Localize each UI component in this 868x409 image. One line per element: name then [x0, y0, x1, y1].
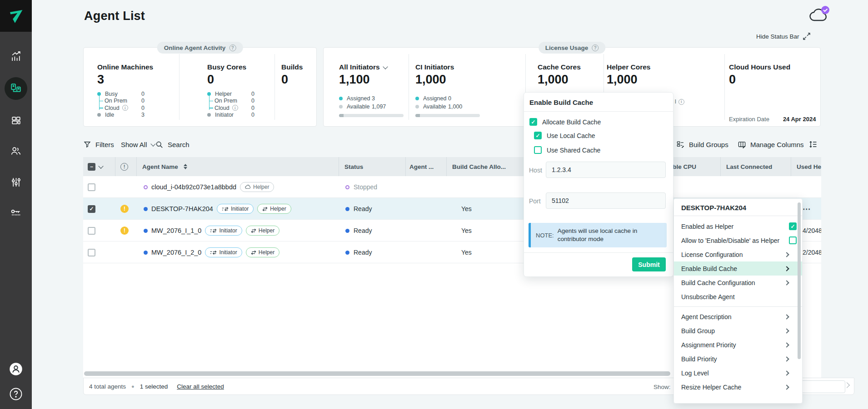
menu-item-enabled-as-helper[interactable]: Enabled as Helper ✓: [674, 219, 802, 233]
agents-nav-active[interactable]: [5, 77, 27, 100]
divider: [274, 54, 275, 120]
users-icon[interactable]: [0, 142, 32, 160]
user-avatar[interactable]: [0, 360, 32, 378]
checkbox-checked[interactable]: ✓: [534, 132, 542, 139]
menu-item-log-level[interactable]: Log Level: [674, 366, 802, 380]
use-shared-cache-option[interactable]: Use Shared Cache: [534, 146, 600, 154]
help-circle-icon[interactable]: ?: [592, 44, 599, 51]
license-usage-bar: [415, 114, 480, 117]
row-checkbox-checked[interactable]: ✓: [88, 205, 95, 213]
used-helper-value: 2/2048: [803, 249, 821, 256]
chevron-right-icon: [784, 266, 789, 271]
menu-item-resize-helper-cache[interactable]: Resize Helper Cache: [674, 380, 802, 394]
dashboard-icon[interactable]: [0, 111, 32, 129]
menu-item-build-priority[interactable]: Build Priority: [674, 352, 802, 366]
divider: [724, 54, 725, 120]
hide-status-bar-button[interactable]: Hide Status Bar: [756, 33, 810, 40]
row-checkbox[interactable]: [88, 183, 95, 191]
warning-icon[interactable]: !: [120, 205, 129, 213]
hide-status-bar-label: Hide Status Bar: [756, 33, 799, 40]
search-button[interactable]: Search: [155, 136, 190, 153]
analytics-icon[interactable]: [0, 47, 32, 65]
column-last-connected[interactable]: Last Connected: [726, 157, 772, 176]
build-cache-value: Yes: [461, 227, 472, 234]
select-dropdown-icon[interactable]: [98, 163, 103, 168]
row-height-button[interactable]: [808, 136, 818, 153]
status-dot: [345, 207, 349, 211]
allocate-build-cache-option[interactable]: ✓ Allocate Build Cache: [529, 118, 601, 126]
row-checkbox[interactable]: [88, 227, 95, 235]
build-groups-button[interactable]: Build Groups: [676, 136, 728, 153]
port-label: Port: [529, 197, 541, 205]
sort-icon[interactable]: [184, 164, 187, 169]
chevron-right-icon: [784, 280, 789, 285]
online-machines-stat: Online Machines 3 Busy 0 On Prem 0 Cloud…: [97, 63, 153, 118]
popup-title: Enable Build Cache: [524, 93, 673, 112]
info-icon[interactable]: i: [122, 105, 128, 111]
settings-sliders-icon[interactable]: [0, 173, 32, 191]
column-status[interactable]: Status: [344, 157, 363, 176]
use-local-cache-option[interactable]: ✓ Use Local Cache: [534, 132, 595, 139]
show-all-dropdown[interactable]: Show All: [121, 136, 155, 153]
checkbox-unchecked[interactable]: [534, 146, 542, 154]
helper-cloud-pill: Helper: [240, 182, 274, 192]
horizontal-scrollbar[interactable]: [84, 371, 670, 376]
help-icon[interactable]: [0, 385, 32, 403]
menu-item-build-group[interactable]: Build Group: [674, 324, 802, 338]
menu-item-unsubscribe-agent[interactable]: Unsubscribe Agent: [674, 290, 802, 304]
submit-button[interactable]: Submit: [632, 257, 666, 271]
checkbox-checked[interactable]: ✓: [529, 118, 537, 126]
chevron-right-icon: [784, 252, 789, 257]
table-row[interactable]: cloud_i-04b92c073e1a8bbdd Helper Stopped: [83, 176, 821, 198]
row-checkbox[interactable]: [88, 249, 95, 256]
status-text: Stopped: [354, 183, 377, 191]
info-icon[interactable]: i: [232, 105, 238, 111]
swap-icon: [262, 207, 268, 212]
filters-button[interactable]: Filters: [83, 136, 114, 153]
initiator-pill: Initiator: [205, 247, 242, 257]
alerts-column-icon: !: [120, 163, 128, 171]
warning-icon[interactable]: !: [120, 227, 129, 235]
cloud-hours-stat: Cloud Hours Used 0: [729, 63, 790, 87]
build-cache-value: Yes: [461, 205, 472, 212]
menu-scrollbar[interactable]: [798, 202, 801, 359]
divider: [524, 252, 673, 253]
clear-all-selected-link[interactable]: Clear all selected: [177, 383, 224, 390]
checkbox-unchecked[interactable]: [789, 237, 797, 244]
menu-item-enable-build-cache[interactable]: Enable Build Cache: [674, 261, 802, 276]
menu-item-build-cache-configuration[interactable]: Build Cache Configuration: [674, 276, 802, 290]
manage-columns-button[interactable]: Manage Columns: [738, 136, 804, 153]
agent-state-dot: [144, 251, 148, 255]
agent-state-dot: [144, 185, 148, 189]
search-icon: [155, 140, 164, 149]
select-all-checkbox[interactable]: –: [88, 163, 95, 171]
divider: [179, 54, 180, 120]
help-circle-icon[interactable]: ?: [229, 44, 236, 51]
all-initiators-dropdown[interactable]: All Initiators: [339, 63, 404, 71]
builds-stat: Builds 0: [281, 63, 303, 87]
license-key-icon[interactable]: [0, 204, 32, 222]
column-used-helper[interactable]: Used He...: [797, 157, 821, 176]
menu-item-assignment-priority[interactable]: Assignment Priority: [674, 338, 802, 352]
hidden-pool-label-fragment: l i: [675, 99, 684, 105]
swap-icon: [210, 250, 217, 255]
build-cache-value: Yes: [461, 249, 472, 256]
menu-item-license-configuration[interactable]: License Configuration: [674, 247, 802, 261]
column-agent-truncated[interactable]: Agent ...: [409, 157, 434, 176]
info-icon[interactable]: i: [678, 99, 684, 105]
column-agent-name[interactable]: Agent Name: [142, 157, 187, 176]
agent-context-menu: DESKTOP-7HAK204 Enabled as Helper ✓ Allo…: [673, 198, 803, 404]
menu-item-agent-description[interactable]: Agent Description: [674, 310, 802, 324]
total-agents-count: 4 total agents: [89, 383, 126, 390]
used-helper-value: 4/2048: [803, 227, 821, 234]
context-menu-title: DESKTOP-7HAK204: [674, 199, 802, 216]
port-input[interactable]: [546, 192, 666, 209]
menu-item-allow-enable-disable[interactable]: Allow to 'Enable/Disable' as Helper: [674, 233, 802, 247]
checkbox-checked[interactable]: ✓: [789, 222, 797, 230]
row-actions-kebab[interactable]: ⋯: [803, 204, 811, 214]
cloud-connection-icon[interactable]: [808, 5, 831, 25]
host-input[interactable]: [546, 162, 666, 178]
column-build-cache[interactable]: Build Cache Allo...: [452, 157, 506, 176]
swap-icon: [251, 228, 256, 233]
incredibuild-logo-icon[interactable]: [0, 0, 32, 32]
